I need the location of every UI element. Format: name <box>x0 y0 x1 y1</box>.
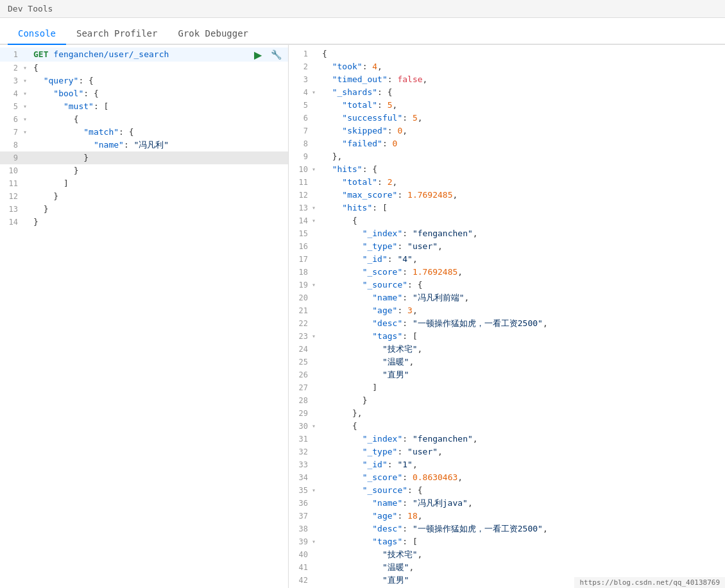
play-icon: ▶ <box>254 49 262 61</box>
result-line-num-8: 8 <box>289 137 312 150</box>
line-content-10: } <box>32 164 288 177</box>
result-fold-23[interactable]: ▾ <box>312 330 321 343</box>
result-fold-13[interactable]: ▾ <box>312 202 321 214</box>
result-content-7: "skipped": 0, <box>321 125 725 137</box>
settings-button[interactable]: 🔧 <box>269 48 283 62</box>
tab-console[interactable]: Console <box>8 23 66 45</box>
result-code: 1 { 2 "took": 4, 3 "timed_out": false, 4… <box>289 45 725 588</box>
result-content-32: "_type": "user", <box>321 445 725 458</box>
line-num-6: 6 <box>0 113 23 126</box>
result-line-num-37: 37 <box>289 510 312 523</box>
line-num-14: 14 <box>0 216 23 229</box>
result-content-1: { <box>321 48 725 60</box>
result-line-3: 3 "timed_out": false, <box>289 73 725 86</box>
result-line-num-26: 26 <box>289 368 312 381</box>
result-line-9: 9 }, <box>289 150 725 163</box>
editor-line-9: 9 } <box>0 151 288 164</box>
result-line-27: 27 ] <box>289 381 725 394</box>
line-content-6: { <box>32 113 288 126</box>
result-line-35: 35 ▾ "_source": { <box>289 484 725 497</box>
result-content-2: "took": 4, <box>321 60 725 73</box>
result-line-num-28: 28 <box>289 394 312 407</box>
editor-line-3: 3 ▾ "query": { <box>0 74 288 87</box>
result-fold-14[interactable]: ▾ <box>312 214 321 227</box>
result-line-num-29: 29 <box>289 407 312 420</box>
result-content-27: ] <box>321 381 725 394</box>
result-content-13: "hits": [ <box>321 202 725 214</box>
result-line-4: 4 ▾ "_shards": { <box>289 86 725 99</box>
line-content-11: ] <box>32 177 288 190</box>
result-line-19: 19 ▾ "_source": { <box>289 279 725 291</box>
result-content-24: "技术宅", <box>321 343 725 356</box>
result-content-31: "_index": "fenganchen", <box>321 433 725 445</box>
result-content-41: "温暖", <box>321 561 725 574</box>
line-content-8: "name": "冯凡利" <box>32 139 288 151</box>
line-content-1: GET fenganchen/user/_search <box>32 48 251 61</box>
result-content-23: "tags": [ <box>321 330 725 343</box>
result-line-38: 38 "desc": "一顿操作猛如虎，一看工资2500", <box>289 523 725 535</box>
result-content-16: "_type": "user", <box>321 240 725 253</box>
line-num-3: 3 <box>0 74 23 87</box>
editor-line-11: 11 ] <box>0 177 288 190</box>
line-content-7: "match": { <box>32 126 288 139</box>
tab-search-profiler[interactable]: Search Profiler <box>66 23 167 45</box>
result-content-3: "timed_out": false, <box>321 73 725 86</box>
result-fold-19[interactable]: ▾ <box>312 279 321 291</box>
result-line-18: 18 "_score": 1.7692485, <box>289 266 725 279</box>
result-fold-30[interactable]: ▾ <box>312 420 321 433</box>
line-num-2: 2 <box>0 62 23 74</box>
result-line-2: 2 "took": 4, <box>289 60 725 73</box>
result-content-14: { <box>321 214 725 227</box>
result-line-num-17: 17 <box>289 253 312 266</box>
line-num-4: 4 <box>0 87 23 100</box>
result-content-9: }, <box>321 150 725 163</box>
result-content-29: }, <box>321 407 725 420</box>
editor-line-7: 7 ▾ "match": { <box>0 126 288 139</box>
editor-line-8: 8 "name": "冯凡利" <box>0 139 288 151</box>
result-content-33: "_id": "1", <box>321 458 725 471</box>
result-content-6: "successful": 5, <box>321 112 725 125</box>
result-fold-35[interactable]: ▾ <box>312 484 321 497</box>
fold-2[interactable]: ▾ <box>23 62 32 74</box>
fold-3[interactable]: ▾ <box>23 74 32 87</box>
result-line-39: 39 ▾ "tags": [ <box>289 535 725 548</box>
line-content-13: } <box>32 203 288 216</box>
line-content-2: { <box>32 62 288 74</box>
fold-6[interactable]: ▾ <box>23 113 32 126</box>
line-num-9: 9 <box>0 151 23 164</box>
result-content-8: "failed": 0 <box>321 137 725 150</box>
result-fold-4[interactable]: ▾ <box>312 86 321 99</box>
fold-4[interactable]: ▾ <box>23 87 32 100</box>
line-content-9: } <box>32 151 288 164</box>
result-line-17: 17 "_id": "4", <box>289 253 725 266</box>
wrench-icon: 🔧 <box>271 49 282 60</box>
right-panel: 1 { 2 "took": 4, 3 "timed_out": false, 4… <box>289 45 725 588</box>
editor-line-12: 12 } <box>0 190 288 203</box>
line-num-13: 13 <box>0 203 23 216</box>
result-line-31: 31 "_index": "fenganchen", <box>289 433 725 445</box>
result-line-41: 41 "温暖", <box>289 561 725 574</box>
result-line-num-32: 32 <box>289 445 312 458</box>
result-line-1: 1 { <box>289 48 725 60</box>
result-content-5: "total": 5, <box>321 99 725 112</box>
result-line-num-2: 2 <box>289 60 312 73</box>
result-content-37: "age": 18, <box>321 510 725 523</box>
code-editor: 1 GET fenganchen/user/_search ▶ 🔧 2 ▾ { <box>0 45 288 588</box>
result-line-12: 12 "max_score": 1.7692485, <box>289 189 725 202</box>
result-content-40: "技术宅", <box>321 548 725 561</box>
result-fold-10[interactable]: ▾ <box>312 163 321 176</box>
result-line-10: 10 ▾ "hits": { <box>289 163 725 176</box>
editor-line-5: 5 ▾ "must": [ <box>0 100 288 113</box>
result-line-num-40: 40 <box>289 548 312 561</box>
result-content-39: "tags": [ <box>321 535 725 548</box>
result-line-num-27: 27 <box>289 381 312 394</box>
result-line-29: 29 }, <box>289 407 725 420</box>
result-line-37: 37 "age": 18, <box>289 510 725 523</box>
run-button[interactable]: ▶ <box>251 48 265 62</box>
result-line-num-20: 20 <box>289 291 312 304</box>
result-fold-39[interactable]: ▾ <box>312 535 321 548</box>
tab-grok-debugger[interactable]: Grok Debugger <box>167 23 259 45</box>
fold-5[interactable]: ▾ <box>23 100 32 113</box>
fold-7[interactable]: ▾ <box>23 126 32 139</box>
line-num-8: 8 <box>0 139 23 151</box>
